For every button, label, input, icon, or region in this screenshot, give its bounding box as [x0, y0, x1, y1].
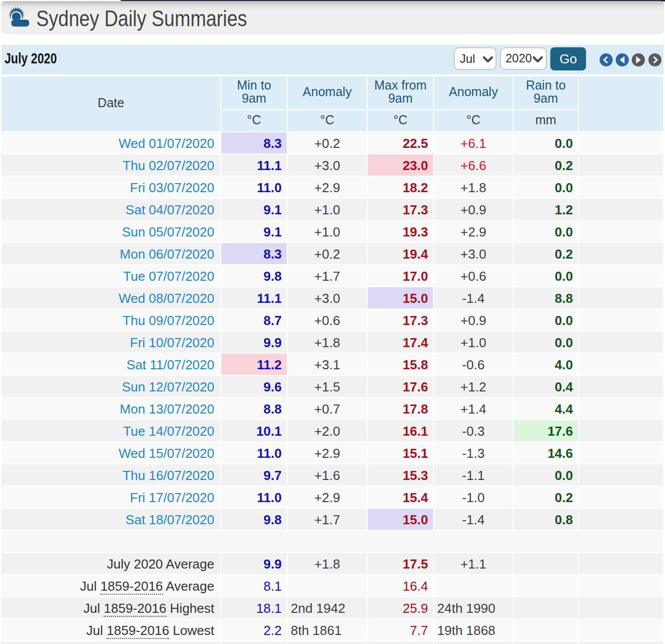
svg-text:July 2020: July 2020 — [5, 50, 57, 66]
svg-text:Sydney Daily Summaries: Sydney Daily Summaries — [36, 6, 247, 31]
